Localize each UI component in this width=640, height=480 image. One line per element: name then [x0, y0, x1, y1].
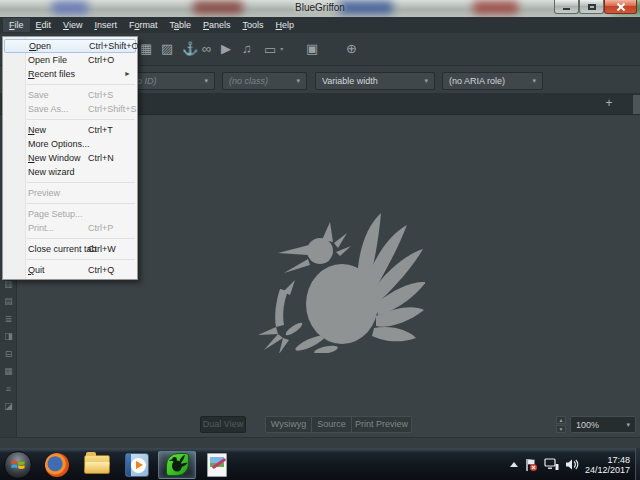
close-button[interactable] — [604, 0, 637, 14]
network-icon[interactable] — [544, 458, 559, 471]
minimize-button[interactable] — [554, 0, 579, 14]
sidebar-tool-icon[interactable]: ▥ — [0, 279, 17, 290]
menu-item-label: Page Setup... — [28, 209, 83, 219]
file-menu-item-recent-files[interactable]: Recent files► — [4, 67, 136, 81]
sidebar-tool-icon[interactable]: ≡ — [0, 384, 17, 395]
width-dropdown-value: Variable width — [322, 76, 420, 86]
menubar-item-file[interactable]: File — [3, 18, 30, 32]
close-icon — [617, 3, 625, 11]
menu-item-label: Save — [28, 90, 49, 100]
width-dropdown[interactable]: Variable width▾ — [315, 72, 435, 90]
file-menu-item-page-setup: Page Setup... — [4, 207, 136, 221]
menu-item-shortcut: Ctrl+O — [88, 53, 114, 67]
zoom-spin-up-button[interactable]: ▲ — [556, 416, 566, 424]
menubar-item-help[interactable]: Help — [270, 18, 301, 32]
image-editor-icon — [207, 453, 227, 477]
menu-item-shortcut: Ctrl+Q — [88, 263, 114, 277]
taskbar-windows-explorer[interactable] — [78, 451, 116, 479]
menu-item-shortcut: Ctrl+S — [88, 88, 113, 102]
volume-icon[interactable] — [565, 458, 579, 471]
start-button[interactable] — [4, 451, 32, 479]
view-source-button[interactable]: Source — [312, 416, 352, 433]
zoom-spin-down-button[interactable]: ▼ — [556, 425, 566, 433]
sidebar-tool-icon[interactable]: ⊟ — [0, 349, 17, 360]
menu-item-shortcut: Ctrl+P — [88, 221, 113, 235]
chevron-down-icon: ▾ — [424, 77, 428, 85]
bluegriffon-app-icon — [165, 452, 190, 477]
menu-item-shortcut: Ctrl+Shift+O — [89, 40, 139, 52]
file-menu-item-new-window[interactable]: New WindowCtrl+N — [4, 151, 136, 165]
sidebar-tool-icon[interactable]: ◪ — [0, 401, 17, 412]
file-menu-item-preview: Preview — [4, 186, 136, 200]
new-tab-button[interactable]: + — [602, 96, 616, 111]
show-desktop-button[interactable] — [635, 448, 640, 480]
menubar-item-insert[interactable]: Insert — [88, 18, 123, 32]
taskbar-image-editor[interactable] — [198, 451, 236, 479]
insert-anchor-icon[interactable]: ⚓ — [182, 41, 198, 57]
file-menu-item-save: SaveCtrl+S — [4, 88, 136, 102]
file-menu-item-open[interactable]: OpenCtrl+Shift+O — [4, 39, 136, 53]
menu-separator — [27, 182, 135, 183]
file-menu-item-close-current-tab[interactable]: Close current tabCtrl+W — [4, 242, 136, 256]
file-menu-item-quit[interactable]: QuitCtrl+Q — [4, 263, 136, 277]
menu-item-label: Save As... — [28, 104, 69, 114]
menubar-item-panels[interactable]: Panels — [197, 18, 237, 32]
sidebar-tool-icon[interactable]: ◨ — [0, 331, 17, 342]
tab-scroll-notch[interactable] — [633, 95, 640, 114]
taskbar-firefox[interactable] — [38, 451, 76, 479]
chevron-down-icon: ▾ — [626, 421, 630, 429]
file-menu-item-print: Print...Ctrl+P — [4, 221, 136, 235]
insert-link-icon[interactable]: ∞ — [202, 41, 211, 57]
file-menu-item-new[interactable]: NewCtrl+T — [4, 123, 136, 137]
insert-comment-icon[interactable]: ▣ — [306, 41, 318, 57]
aria-role-dropdown-value: (no ARIA role) — [449, 76, 528, 86]
dual-view-button[interactable]: Dual View — [200, 416, 246, 433]
menubar-item-table[interactable]: Table — [163, 18, 197, 32]
window-controls — [554, 0, 637, 14]
menubar-item-edit[interactable]: Edit — [30, 18, 58, 32]
menu-item-shortcut: Ctrl+N — [88, 151, 114, 165]
menubar: FileEditViewInsertFormatTablePanelsTools… — [0, 17, 640, 33]
titlebar: BlueGriffon — [0, 0, 640, 17]
menubar-item-tools[interactable]: Tools — [237, 18, 270, 32]
menu-item-label: New Window — [28, 153, 81, 163]
zoom-level-dropdown[interactable]: 100% ▾ — [570, 416, 636, 433]
class-dropdown[interactable]: (no class)▾ — [222, 72, 307, 90]
menu-item-shortcut: Ctrl+W — [88, 242, 116, 256]
taskbar-bluegriffon[interactable] — [158, 451, 196, 479]
taskbar-clock[interactable]: 17:48 24/12/2017 — [585, 455, 630, 475]
menu-separator — [27, 203, 135, 204]
zoom-spinner: ▲ ▼ — [556, 416, 566, 433]
insert-video-icon[interactable]: ▶ — [221, 41, 231, 57]
aria-role-dropdown[interactable]: (no ARIA role)▾ — [442, 72, 543, 90]
menu-item-label: Recent files — [28, 69, 75, 79]
menu-item-label: Preview — [28, 188, 60, 198]
action-center-flag-icon[interactable] — [524, 458, 538, 472]
menubar-item-view[interactable]: View — [57, 18, 88, 32]
maximize-button[interactable] — [579, 0, 604, 14]
insert-table-icon[interactable]: ▦ — [140, 41, 152, 57]
menu-item-shortcut: Ctrl+T — [88, 123, 113, 137]
view-print-preview-button[interactable]: Print Preview — [352, 416, 412, 433]
taskbar: 17:48 24/12/2017 — [0, 448, 640, 480]
window-title: BlueGriffon — [0, 2, 640, 13]
menubar-item-format[interactable]: Format — [123, 18, 164, 32]
submenu-arrow-icon: ► — [124, 67, 131, 81]
file-menu-item-open-file[interactable]: Open FileCtrl+O — [4, 53, 136, 67]
sidebar-tool-icon[interactable]: ▤ — [0, 296, 17, 307]
hidden-icons-arrow[interactable] — [510, 462, 518, 467]
insert-form-icon[interactable]: ▭▾ — [264, 41, 283, 58]
file-menu-item-more-options[interactable]: More Options... — [4, 137, 136, 151]
sidebar-tool-icon[interactable]: ≣ — [0, 314, 17, 325]
windows-logo-icon — [11, 458, 25, 471]
menu-item-label: Open — [29, 41, 51, 51]
taskbar-windows-media-player[interactable] — [118, 451, 156, 479]
view-wysiwyg-button[interactable]: Wysiwyg — [265, 416, 312, 433]
firefox-icon — [45, 453, 69, 477]
browser-preview-icon[interactable]: ⊕ — [346, 41, 357, 57]
sidebar-tool-icon[interactable]: ▦ — [0, 366, 17, 377]
file-menu-item-new-wizard[interactable]: New wizard — [4, 165, 136, 179]
insert-audio-icon[interactable]: ♫ — [242, 41, 252, 57]
insert-image-icon[interactable]: ▨ — [161, 41, 173, 57]
bluegriffon-watermark — [250, 203, 425, 353]
